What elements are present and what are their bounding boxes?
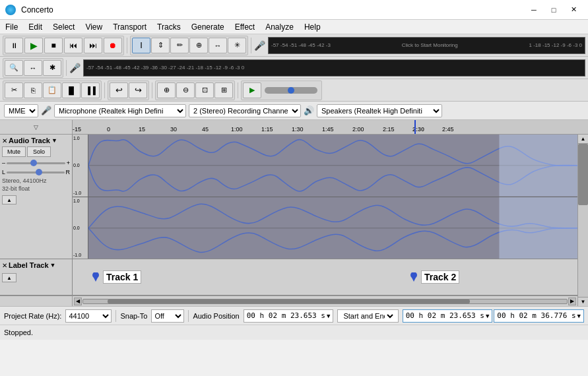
gain-min-label: –	[2, 160, 5, 166]
hscroll-container[interactable]: ◀ ▶	[73, 296, 577, 306]
waveform1-area	[88, 135, 577, 197]
menu-analyze[interactable]: Analyze	[260, 21, 299, 33]
tm-15: 15	[139, 126, 145, 133]
hscroll-spacer	[0, 296, 73, 306]
record-button[interactable]: ⏺	[104, 38, 122, 53]
scale2-top: 1.0	[73, 199, 87, 203]
rewind-button[interactable]: ⏮	[64, 38, 82, 53]
close-button[interactable]: ✕	[564, 3, 583, 16]
tm-30: 30	[170, 126, 177, 133]
collapse-btn[interactable]: ▲	[2, 195, 16, 204]
copy-btn[interactable]: ⎘	[24, 82, 42, 98]
pos-dropdown[interactable]: ▼	[327, 313, 330, 319]
menu-tracks[interactable]: Tracks	[152, 21, 186, 33]
status-text: Stopped.	[4, 329, 33, 336]
hscroll-area: ◀ ▶	[0, 296, 577, 306]
cut-btn[interactable]: ✂	[5, 82, 23, 98]
menu-view[interactable]: View	[80, 21, 108, 33]
zoom-out-btn[interactable]: ✱	[43, 60, 61, 76]
speed-slider-thumb[interactable]	[288, 87, 294, 94]
time-shift-tool[interactable]: ↔	[209, 38, 227, 53]
mic-device-icon: 🎤	[41, 106, 51, 115]
hscroll-right-btn[interactable]: ▶	[568, 298, 576, 305]
mute-button[interactable]: Mute	[2, 146, 26, 157]
click-to-monitor[interactable]: Click to Start Monitoring	[402, 42, 458, 48]
label-collapse-btn[interactable]: ▲	[2, 273, 16, 282]
menu-transport[interactable]: Transport	[108, 21, 152, 33]
timeline-header: ▽	[34, 124, 38, 131]
hscrollbar[interactable]	[82, 299, 568, 304]
menu-help[interactable]: Help	[299, 21, 326, 33]
time1-display: 00 h 02 m 23.653 s	[406, 311, 484, 320]
menu-generate[interactable]: Generate	[186, 21, 230, 33]
trim-btn[interactable]: ▐▌	[62, 82, 81, 98]
time1-dropdown[interactable]: ▼	[486, 313, 489, 319]
project-rate-select[interactable]: 44100	[65, 309, 112, 323]
track1-label: Track 1	[91, 270, 141, 284]
vscroll: ▲ ▼	[577, 135, 588, 306]
gain-slider[interactable]	[7, 162, 65, 164]
svg-point-4	[92, 272, 99, 278]
zoom-tool[interactable]: ⊕	[189, 38, 208, 53]
zoom-in-btn2[interactable]: ⊕	[157, 82, 176, 98]
envelope-tool[interactable]: ⇕	[151, 38, 170, 53]
time-field2[interactable]: 00 h 02 m 36.776 s ▼	[494, 309, 584, 323]
menu-edit[interactable]: Edit	[23, 21, 48, 33]
audio-track-arrow[interactable]: ▼	[51, 137, 57, 144]
undo-btn[interactable]: ↩	[110, 82, 128, 98]
forward-button[interactable]: ⏭	[84, 38, 102, 53]
time2-dropdown[interactable]: ▼	[577, 313, 581, 319]
host-select[interactable]: MME	[4, 104, 38, 117]
svg-point-6	[410, 272, 417, 278]
scale1-mid: 0.0	[73, 163, 87, 168]
speaker-icon: 🔊	[304, 106, 314, 115]
fit-project-btn[interactable]: ↔	[24, 60, 42, 76]
maximize-button[interactable]: □	[544, 3, 563, 16]
speed-slider[interactable]	[265, 87, 317, 94]
time-field1[interactable]: 00 h 02 m 23.653 s ▼	[403, 309, 493, 323]
hscroll-thumb[interactable]	[108, 299, 471, 303]
tm-145: 1:45	[322, 126, 334, 133]
pause-button[interactable]: ⏸	[5, 38, 23, 53]
draw-tool[interactable]: ✏	[170, 38, 189, 53]
selection-mode-select[interactable]: Start and End of Selection	[341, 311, 395, 321]
paste-btn[interactable]: 📋	[43, 82, 61, 98]
tracks-area: ✕ Audio Track ▼ Mute Solo – +	[0, 135, 588, 306]
app-icon	[5, 5, 16, 15]
minimize-button[interactable]: ─	[525, 3, 543, 16]
zoom-fit-btn[interactable]: ⊡	[195, 82, 214, 98]
play-at-speed-btn[interactable]: ▶	[243, 82, 261, 98]
multi-tool[interactable]: ✳	[228, 38, 246, 53]
menu-file[interactable]: File	[0, 21, 23, 33]
vscroll-thumb[interactable]	[578, 144, 588, 205]
menu-select[interactable]: Select	[48, 21, 80, 33]
pan-right-label: R	[66, 169, 71, 175]
vscroll-down-btn[interactable]: ▼	[578, 297, 588, 306]
stop-button[interactable]: ■	[44, 38, 63, 53]
label-track-close[interactable]: ✕	[2, 262, 7, 269]
play-button[interactable]: ▶	[24, 38, 43, 53]
label-track-content: Track 1 Track 2	[73, 259, 577, 295]
label-track-arrow[interactable]: ▼	[50, 262, 56, 268]
vscroll-up-btn[interactable]: ▲	[578, 135, 588, 144]
vscroll-track[interactable]	[578, 144, 588, 297]
redo-btn[interactable]: ↪	[129, 82, 147, 98]
tm-215: 2:15	[383, 126, 395, 133]
solo-button[interactable]: Solo	[27, 146, 51, 157]
pan-thumb[interactable]	[36, 169, 42, 175]
selection-tool[interactable]: I	[132, 38, 150, 53]
hscroll-left-btn[interactable]: ◀	[74, 298, 82, 305]
zoom-out-btn2[interactable]: ⊖	[176, 82, 195, 98]
audio-track-close[interactable]: ✕	[2, 137, 7, 144]
audio-position-field[interactable]: 00 h 02 m 23.653 s ▼	[244, 309, 334, 323]
pan-slider[interactable]	[7, 172, 64, 173]
menu-effect[interactable]: Effect	[230, 21, 260, 33]
output-device-select[interactable]: Speakers (Realtek High Definiti	[317, 104, 442, 117]
zoom-in-btn[interactable]: 🔍	[5, 60, 23, 76]
input-device-select[interactable]: Microphone (Realtek High Defini	[54, 104, 186, 117]
zoom-sel-btn[interactable]: ⊞	[214, 82, 233, 98]
snap-to-select[interactable]: Off	[151, 309, 184, 323]
gain-thumb[interactable]	[30, 160, 37, 166]
silence-btn[interactable]: ▐▐	[81, 82, 100, 98]
channels-select[interactable]: 2 (Stereo) Recording Channels	[189, 104, 301, 117]
